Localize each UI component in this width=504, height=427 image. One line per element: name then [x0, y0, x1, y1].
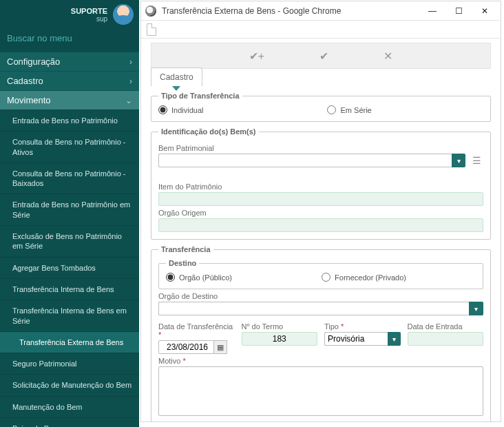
window-buttons: — ☐ ✕: [419, 1, 498, 21]
submenu-item[interactable]: Consulta de Bens no Patrimônio - Baixado…: [0, 163, 139, 194]
input-orgao-destino[interactable]: [158, 302, 469, 315]
label-orgao-destino: Orgão de Destino: [158, 292, 483, 300]
submenu-item[interactable]: Solicitação de Manutenção do Bem: [0, 374, 139, 395]
legend-identificacao: Identificação do(s) Bem(s): [158, 127, 259, 136]
close-button[interactable]: ✕: [472, 1, 498, 21]
panel-transferencia: Transferência Destino Orgão (Público) Fo…: [151, 245, 491, 421]
app-icon: [145, 6, 156, 17]
chrome-window: Transferência Externa de Bens - Google C…: [140, 1, 501, 422]
submenu-label: Entrada de Bens no Patrimônio: [12, 116, 118, 125]
submenu-item-active[interactable]: Transferência Externa de Bens: [0, 331, 139, 353]
input-tipo[interactable]: [324, 332, 388, 346]
caret-down-icon: ▾: [392, 335, 396, 343]
sidebar: SUPORTE sup Configuração › Cadastro › Mo…: [0, 0, 139, 427]
file-icon[interactable]: [147, 23, 156, 36]
radio-orgao-publico-label: Orgão (Público): [179, 273, 232, 282]
radio-em-serie[interactable]: Em Série: [327, 105, 371, 114]
submenu-item[interactable]: Baixa de Bens: [0, 417, 139, 427]
radio-individual-input[interactable]: [158, 105, 167, 114]
user-block: SUPORTE sup: [0, 0, 139, 26]
menu-movimento[interactable]: Movimento ⌄: [0, 90, 139, 110]
menu-cadastro[interactable]: Cadastro ›: [0, 71, 139, 90]
panel-identificacao: Identificação do(s) Bem(s) Bem Patrimoni…: [151, 127, 491, 240]
window-titlebar[interactable]: Transferência Externa de Bens - Google C…: [141, 1, 501, 21]
combo-caret[interactable]: ▾: [452, 154, 465, 167]
submenu-item[interactable]: Agregar Bens Tombados: [0, 257, 139, 278]
lookup-button[interactable]: ☰: [470, 154, 483, 167]
textarea-motivo[interactable]: [158, 366, 483, 416]
label-data-transferencia: Data de Transferência *: [158, 322, 235, 339]
radio-individual[interactable]: Individual: [158, 105, 203, 114]
content: ✔+ ✔ ✕ Cadastro Tipo de Transferência In…: [141, 39, 501, 421]
submenu-item[interactable]: Exclusão de Bens no Patrimônio em Série: [0, 225, 139, 257]
combo-bem-patrimonial: ▾ ☰: [158, 154, 483, 167]
submenu-item[interactable]: Consulta de Bens no Patrimônio - Ativos: [0, 131, 139, 163]
minimize-button[interactable]: —: [419, 1, 445, 21]
menu-configuracao-label: Configuração: [7, 56, 60, 67]
action-bar: ✔+ ✔ ✕: [151, 43, 491, 69]
submenu-label: Baixa de Bens: [12, 424, 61, 427]
save-button[interactable]: ✔: [319, 50, 328, 63]
menu-search-row: [0, 26, 139, 52]
cancel-button[interactable]: ✕: [384, 50, 392, 63]
legend-destino: Destino: [166, 259, 199, 267]
list-icon: ☰: [472, 155, 481, 166]
menu-configuracao[interactable]: Configuração ›: [0, 52, 139, 71]
save-new-button[interactable]: ✔+: [249, 50, 264, 63]
user-title: SUPORTE: [71, 7, 107, 15]
chevron-right-icon: ›: [129, 57, 132, 67]
row-dates: Data de Transferência * ▦ Nº do Termo Ti…: [158, 320, 483, 354]
label-data-entrada: Data de Entrada: [408, 322, 484, 331]
radio-fornecedor-privado[interactable]: Fornecedor (Privado): [322, 273, 406, 282]
chevron-right-icon: ›: [129, 76, 132, 86]
input-numero-termo: [242, 332, 318, 346]
label-motivo: Motivo *: [158, 357, 483, 365]
submenu-label: Agregar Bens Tombados: [12, 264, 96, 272]
check-icon: ✔: [319, 50, 328, 63]
tab-cadastro[interactable]: Cadastro: [151, 67, 202, 86]
maximize-button[interactable]: ☐: [445, 1, 472, 21]
submenu-item[interactable]: Manutenção do Bem: [0, 396, 139, 417]
label-numero-termo: Nº do Termo: [242, 322, 318, 331]
menu-search-input[interactable]: [7, 33, 132, 43]
submenu-label: Exclusão de Bens no Patrimônio em Série: [12, 232, 122, 250]
calendar-button[interactable]: ▦: [213, 340, 227, 354]
user-text: SUPORTE sup: [71, 7, 107, 23]
submenu-movimento: Entrada de Bens no Patrimônio Consulta d…: [0, 110, 139, 427]
combo-caret[interactable]: ▾: [388, 332, 400, 346]
combo-caret[interactable]: ▾: [469, 302, 483, 315]
input-data-entrada: [408, 332, 484, 346]
submenu-item[interactable]: Seguro Patrimonial: [0, 353, 139, 374]
input-bem-patrimonial[interactable]: [158, 154, 452, 167]
col-data-transferencia: Data de Transferência * ▦: [158, 320, 235, 354]
legend-tipo-transferencia: Tipo de Transferência: [158, 92, 242, 100]
submenu-item[interactable]: Entrada de Bens no Patrimônio: [0, 110, 139, 131]
panel-tipo-transferencia: Tipo de Transferência Individual Em Séri…: [151, 92, 491, 122]
combo-tipo: ▾: [324, 332, 401, 346]
tab-cadastro-label: Cadastro: [160, 72, 193, 82]
radio-fornecedor-privado-input[interactable]: [322, 273, 330, 282]
radio-individual-label: Individual: [171, 106, 203, 114]
submenu-label: Consulta de Bens no Patrimônio - Baixado…: [12, 169, 125, 187]
row-tipo: Individual Em Série: [158, 105, 483, 114]
label-tipo: Tipo *: [324, 322, 401, 331]
submenu-label: Entrada de Bens no Patrimônio em Série: [12, 200, 130, 218]
submenu-item[interactable]: Transferência Interna de Bens em Série: [0, 300, 139, 331]
label-orgao-origem: Orgão Origem: [158, 209, 483, 217]
input-orgao-origem: [158, 218, 483, 232]
submenu-label: Manutenção do Bem: [12, 403, 83, 411]
submenu-item[interactable]: Entrada de Bens no Patrimônio em Série: [0, 194, 139, 225]
label-bem-patrimonial: Bem Patrimonial: [158, 144, 483, 152]
avatar[interactable]: [113, 4, 134, 25]
chevron-down-icon: ⌄: [125, 96, 132, 105]
submenu-label: Transferência Interna de Bens: [12, 285, 114, 293]
minimize-icon: —: [428, 6, 437, 16]
radio-orgao-publico-input[interactable]: [166, 273, 175, 282]
submenu-item[interactable]: Transferência Interna de Bens: [0, 278, 139, 300]
input-item-patrimonio: [158, 192, 483, 206]
tabs: Cadastro: [151, 67, 491, 86]
radio-em-serie-input[interactable]: [327, 105, 336, 114]
x-icon: ✕: [384, 50, 392, 63]
radio-orgao-publico[interactable]: Orgão (Público): [166, 273, 232, 282]
col-data-entrada: Data de Entrada: [408, 320, 484, 354]
